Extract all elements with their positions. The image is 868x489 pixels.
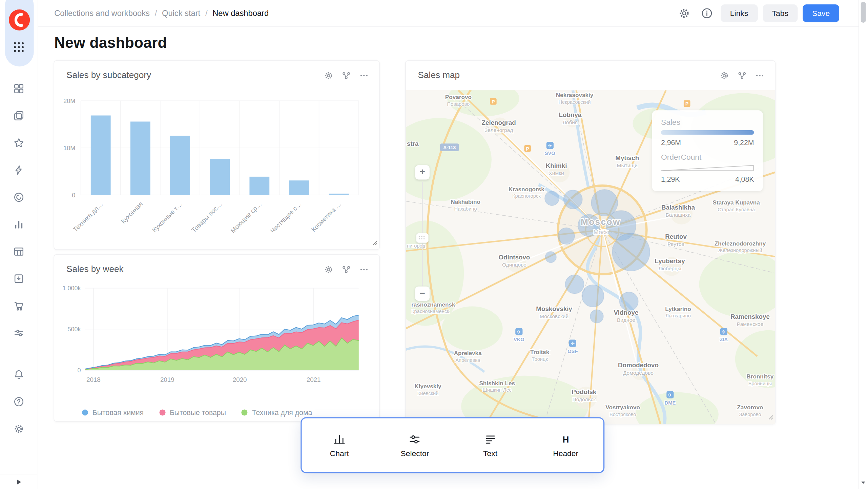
svg-text:VKO: VKO — [514, 337, 524, 343]
vertical-scrollbar[interactable] — [859, 0, 868, 489]
add-text-button[interactable]: Text — [460, 433, 521, 458]
scroll-down-button[interactable] — [861, 477, 866, 487]
map-place-label: Zavorovo — [737, 404, 763, 411]
sidebar-item-monitoring[interactable] — [9, 187, 29, 207]
map-place-sublabel: Железнодорожный — [718, 248, 762, 253]
table-icon — [13, 246, 24, 257]
widget-links-button[interactable] — [734, 67, 750, 83]
add-selector-button[interactable]: Selector — [385, 433, 446, 458]
svg-text:✈: ✈ — [571, 341, 575, 346]
breadcrumb-separator: / — [205, 8, 208, 17]
widget-settings-button[interactable] — [716, 67, 732, 83]
svg-text:✈: ✈ — [548, 143, 552, 149]
sidebar-collapse-button[interactable] — [0, 474, 37, 489]
ellipsis-icon — [359, 71, 369, 80]
gear-icon — [324, 71, 333, 80]
map-place-label: Odintsovo — [498, 254, 530, 261]
map-viewport[interactable]: A-113РРР✈SVO✈VKO✈DME✈ZIA✈OSF PovarovoПов… — [406, 90, 775, 424]
sidebar-item-services[interactable] — [9, 323, 29, 343]
legend-item[interactable]: Техника для дома — [242, 408, 312, 417]
legend-item[interactable]: Бытовые товары — [159, 408, 226, 417]
map-place-label: Aprelevka — [454, 350, 482, 356]
map-place-sublabel: Подольск — [573, 396, 596, 402]
sidebar-item-help[interactable] — [9, 392, 29, 412]
map-place-label: Vidnoye — [614, 309, 639, 316]
sidebar-item-dashboards[interactable] — [9, 79, 29, 99]
sidebar-item-marketplace[interactable] — [9, 296, 29, 316]
sidebar-item-datasets[interactable] — [9, 241, 29, 261]
map-place-sublabel: Зеленоград — [484, 127, 513, 133]
widget-links-button[interactable] — [338, 67, 354, 83]
sidebar-item-quick-start[interactable] — [9, 160, 29, 180]
resize-handle[interactable] — [768, 412, 773, 422]
svg-text:✈: ✈ — [668, 392, 672, 398]
sidebar-item-workbooks[interactable] — [9, 106, 29, 126]
dashboard-settings-button[interactable] — [675, 4, 693, 22]
sidebar-item-charts[interactable] — [9, 214, 29, 234]
chart-icon — [333, 433, 346, 446]
tabs-button[interactable]: Tabs — [763, 4, 798, 22]
widget-sales-map[interactable]: Sales map — [406, 61, 775, 424]
zoom-in-button[interactable]: + — [415, 165, 429, 179]
info-icon — [701, 7, 713, 19]
map-place-sublabel: Одинцово — [502, 262, 526, 268]
selector-icon — [408, 433, 421, 446]
gear-icon — [324, 265, 333, 274]
map-place-sublabel: Шишкин Лес — [483, 387, 512, 393]
links-button[interactable]: Links — [721, 4, 758, 22]
map-place-sublabel: Химки — [549, 170, 564, 176]
dashboard-info-button[interactable] — [698, 4, 716, 22]
map-place-label: Podolsk — [572, 388, 597, 395]
widget-sales-by-week[interactable]: Sales by week — [54, 255, 379, 421]
map-place-label: Zelenograd — [482, 119, 516, 126]
widget-title: Sales by week — [66, 264, 124, 274]
widget-settings-button[interactable] — [321, 67, 336, 83]
sidebar-item-notifications[interactable] — [9, 365, 29, 385]
widget-more-button[interactable] — [356, 67, 372, 83]
topbar-actions: Links Tabs Save — [675, 4, 839, 22]
zoom-out-button[interactable]: − — [415, 287, 429, 301]
widget-links-button[interactable] — [338, 261, 354, 277]
sidebar-item-settings[interactable] — [9, 419, 29, 439]
widget-sales-by-subcategory[interactable]: Sales by subcategory — [54, 61, 379, 250]
sales-gradient-bar — [661, 130, 754, 135]
header-icon: H — [559, 433, 572, 446]
map-place-sublabel: Апрелевка — [455, 357, 480, 363]
panel-item-label: Text — [483, 449, 497, 457]
widget-settings-button[interactable] — [321, 261, 336, 277]
legend-item[interactable]: Бытовая химия — [82, 408, 144, 417]
map-legend: Sales 2,96M 9,22M OrderCount 1,29K 4,08K — [652, 110, 763, 191]
breadcrumb-quick-start[interactable]: Quick start — [162, 8, 200, 17]
apps-grid-button[interactable] — [11, 39, 27, 55]
save-button[interactable]: Save — [803, 4, 839, 22]
svg-text:DME: DME — [665, 400, 676, 406]
map-place-label: Bronnitsy — [746, 373, 773, 380]
resize-handle[interactable] — [372, 238, 377, 248]
sidebar-item-favorites[interactable] — [9, 133, 29, 153]
sidebar-item-connections[interactable] — [9, 269, 29, 289]
map-place-sublabel: Востряково — [609, 412, 636, 417]
bar-chart-svg[interactable]: 20M10M0Техника дл…КухоннаяКухонные т…Тов… — [54, 86, 366, 248]
breadcrumb-collections[interactable]: Collections and workbooks — [54, 8, 150, 17]
sidebar-bottom-nav — [9, 365, 29, 439]
datalens-logo[interactable] — [8, 8, 31, 32]
map-place-sublabel: Домодедово — [623, 370, 654, 376]
week-chart-svg[interactable]: 1 000k500k02018201920202021 — [54, 280, 366, 391]
legend-dot — [242, 409, 248, 415]
widget-more-button[interactable] — [356, 261, 372, 277]
widget-title: Sales map — [418, 71, 460, 80]
scrollbar-thumb[interactable] — [861, 2, 866, 23]
svg-text:0: 0 — [72, 192, 75, 199]
add-chart-button[interactable]: Chart — [309, 433, 370, 458]
lightning-icon — [13, 164, 24, 176]
gear-icon — [13, 423, 24, 434]
widget-header[interactable]: Sales by subcategory — [54, 61, 379, 86]
legend-ordercount-label: OrderCount — [661, 152, 754, 161]
widget-header[interactable]: Sales by week — [54, 255, 379, 280]
topbar: Collections and workbooks / Quick start … — [38, 0, 859, 26]
widget-header[interactable]: Sales map — [406, 61, 775, 86]
map-place-label: Khimki — [546, 162, 567, 169]
add-header-button[interactable]: H Header — [535, 433, 596, 458]
zoom-slider-thumb[interactable] — [416, 233, 429, 243]
widget-more-button[interactable] — [752, 67, 767, 83]
